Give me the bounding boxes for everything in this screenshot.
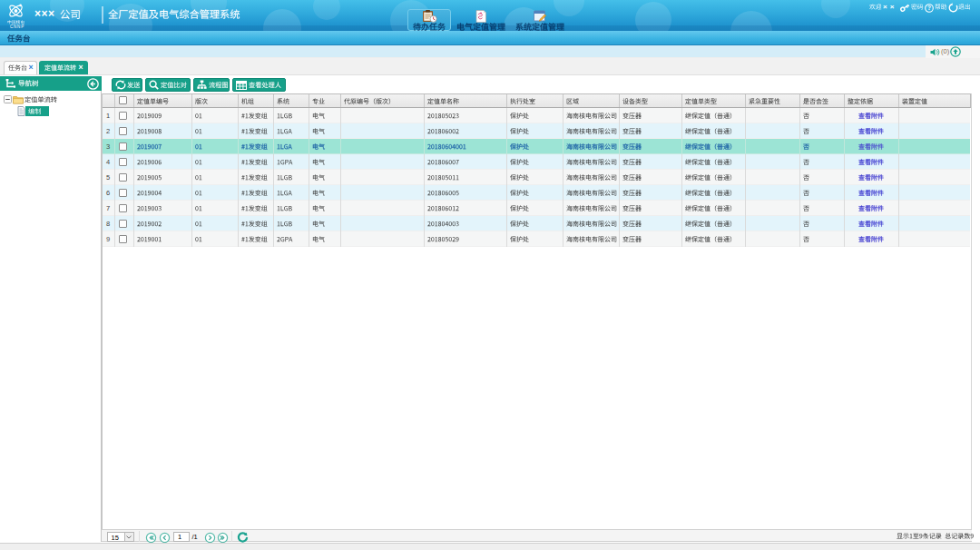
svg-text:?: ?: [927, 5, 931, 11]
